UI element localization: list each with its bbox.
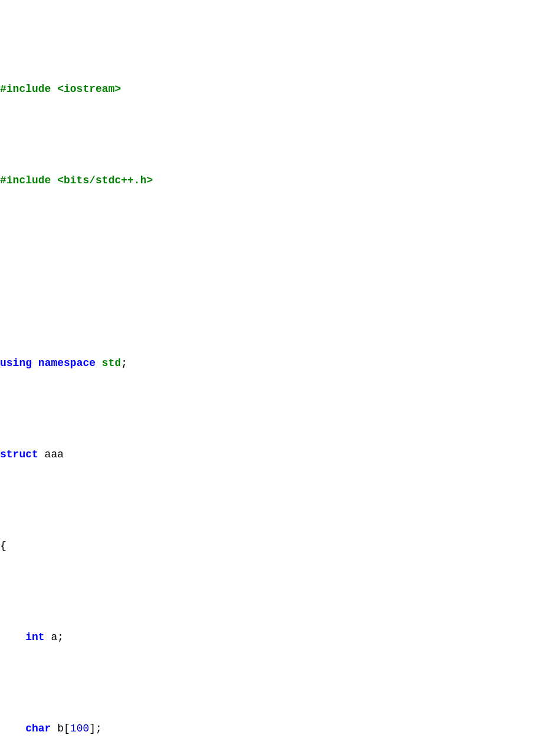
preproc-include1: #include <iostream>	[0, 83, 121, 95]
plain-6	[0, 631, 25, 643]
kw-char: char	[25, 723, 51, 734]
plain-1	[32, 357, 38, 369]
plain-8	[0, 723, 25, 734]
kw-namespace: namespace	[38, 357, 95, 369]
line-6: {	[0, 537, 560, 555]
plain-4: aaa	[38, 449, 64, 460]
kw-struct: struct	[0, 449, 38, 460]
plain-9: b[	[51, 723, 70, 734]
line-4: using namespace std;	[0, 354, 560, 372]
line-7: int a;	[0, 628, 560, 647]
plain-3: ;	[121, 357, 127, 369]
line-1: #include <iostream>	[0, 80, 560, 98]
kw-std: std	[102, 357, 121, 369]
line-5: struct aaa	[0, 446, 560, 464]
line-2: #include <bits/stdc++.h>	[0, 172, 560, 190]
plain-2	[95, 357, 102, 369]
kw-using: using	[0, 357, 32, 369]
code-editor: #include <iostream> #include <bits/stdc+…	[0, 5, 560, 745]
plain-5: {	[0, 540, 6, 552]
line-3	[0, 263, 560, 281]
kw-int-a: int	[25, 631, 44, 643]
line-8: char b[100];	[0, 720, 560, 738]
plain-10: ];	[89, 723, 102, 734]
plain-7: a;	[45, 631, 64, 643]
preproc-include2: #include <bits/stdc++.h>	[0, 174, 153, 186]
num-100: 100	[70, 723, 89, 734]
